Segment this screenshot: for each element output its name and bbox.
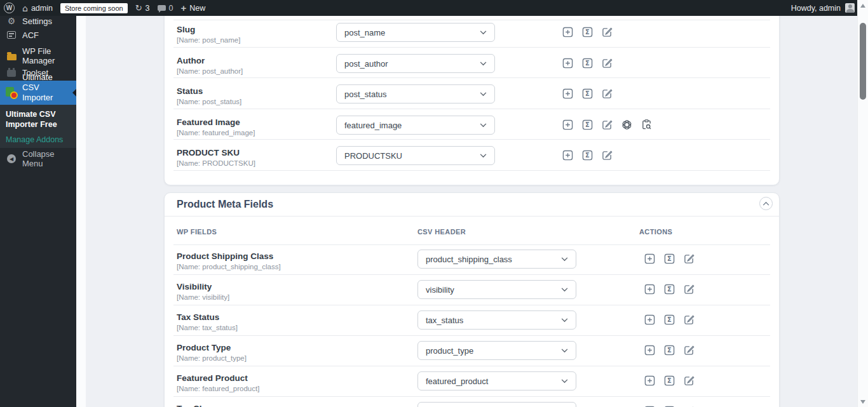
csv-header-select[interactable]: post_author <box>336 54 495 73</box>
field-row-product-sku: PRODUCT SKU [Name: PRODUCTSKU] PRODUCTSK… <box>165 140 779 171</box>
field-name-hint: [Name: product_type] <box>177 354 247 362</box>
edit-mapping-icon[interactable] <box>684 314 695 325</box>
add-mapping-icon[interactable] <box>562 27 573 37</box>
chevron-down-icon <box>561 318 568 323</box>
field-label: Product Type <box>177 343 231 352</box>
add-mapping-icon[interactable] <box>644 314 655 325</box>
field-name-hint: [Name: tax_status] <box>177 324 238 331</box>
coming-soon-badge-text: Store coming soon <box>60 3 128 13</box>
field-label: Slug <box>177 25 195 34</box>
coming-soon-badge: Store coming soon <box>57 0 132 16</box>
edit-mapping-icon[interactable] <box>602 88 613 99</box>
edit-mapping-icon[interactable] <box>602 119 613 130</box>
comments-menu[interactable]: 0 <box>154 0 177 16</box>
updates-menu[interactable]: ↻ 3 <box>132 0 154 16</box>
formula-icon[interactable]: Σ <box>582 119 593 130</box>
add-mapping-icon[interactable] <box>562 150 573 161</box>
formula-icon[interactable]: Σ <box>664 314 675 325</box>
edit-mapping-icon[interactable] <box>684 284 695 295</box>
add-mapping-icon[interactable] <box>644 284 655 295</box>
row-divider <box>173 139 770 140</box>
submenu-item-manage-addons[interactable]: Manage Addons <box>6 135 76 144</box>
edit-mapping-icon[interactable] <box>602 150 613 161</box>
svg-text:Σ: Σ <box>667 347 672 354</box>
selected-csv-header: product_type <box>426 346 561 356</box>
field-row-visibility: Visibility [Name: visibility] visibility… <box>165 274 779 305</box>
acf-icon <box>6 31 17 39</box>
field-row-product-shipping-class: Product Shipping Class [Name: product_sh… <box>165 244 779 275</box>
formula-icon[interactable]: Σ <box>664 345 675 356</box>
column-header-wp-fields: WP FIELDS <box>177 228 217 236</box>
field-label: Tax Class <box>177 404 216 407</box>
my-account-menu[interactable]: Howdy, admin <box>787 0 857 16</box>
selected-csv-header: PRODUCTSKU <box>344 151 480 161</box>
scroll-down-arrow[interactable] <box>860 400 865 404</box>
field-row-author: Author [Name: post_author] post_author Σ <box>165 48 779 79</box>
collapse-menu-label: Collapse Menu <box>22 149 76 168</box>
formula-icon[interactable]: Σ <box>664 375 675 386</box>
admin-sidebar: ⚙ Settings ACF WP File Manager Toolset U… <box>0 16 76 407</box>
field-name-hint: [Name: product_shipping_class] <box>177 263 281 270</box>
add-mapping-icon[interactable] <box>562 58 573 69</box>
field-label: Author <box>177 56 205 65</box>
new-content-menu[interactable]: + New <box>177 0 209 16</box>
sidebar-item-wp-file-manager[interactable]: WP File Manager <box>0 48 76 64</box>
product-meta-fields-card: Product Meta Fields WP FIELDS CSV HEADER… <box>164 192 780 407</box>
csv-header-select[interactable]: post_status <box>336 84 495 103</box>
post-fields-card: Slug [Name: post_name] post_name Σ Autho… <box>164 0 780 185</box>
csv-header-select[interactable]: product_shipping_class <box>417 250 576 269</box>
wordpress-logo-menu[interactable]: W <box>0 0 18 16</box>
collapse-menu-button[interactable]: ◀ Collapse Menu <box>0 150 76 167</box>
field-name-hint: [Name: featured_image] <box>177 129 255 137</box>
add-mapping-icon[interactable] <box>562 88 573 99</box>
active-menu-notch <box>69 89 76 97</box>
collapse-card-button[interactable] <box>759 197 773 210</box>
svg-text:Σ: Σ <box>585 152 590 159</box>
chevron-down-icon <box>480 123 487 128</box>
row-actions: Σ <box>562 88 613 99</box>
edit-mapping-icon[interactable] <box>684 375 695 386</box>
csv-header-select[interactable]: PRODUCTSKU <box>336 146 495 165</box>
scrollbar-thumb[interactable] <box>860 23 866 100</box>
csv-header-select[interactable]: product_type <box>417 341 576 360</box>
edit-mapping-icon[interactable] <box>602 58 613 69</box>
edit-mapping-icon[interactable] <box>684 345 695 356</box>
new-label: New <box>189 4 205 13</box>
add-mapping-icon[interactable] <box>562 119 573 130</box>
edit-mapping-icon[interactable] <box>684 253 695 264</box>
submenu-item-csv-importer[interactable]: Ultimate CSV Importer Free <box>6 109 72 130</box>
formula-icon[interactable]: Σ <box>664 253 675 264</box>
page-scrollbar[interactable] <box>857 0 868 407</box>
csv-header-select[interactable]: featured_product <box>417 371 576 390</box>
howdy-text: Howdy, admin <box>791 4 841 13</box>
column-header-csv-header: CSV HEADER <box>417 228 466 236</box>
row-divider <box>173 109 770 109</box>
csv-header-select[interactable]: visibility <box>417 280 576 299</box>
sidebar-item-acf[interactable]: ACF <box>0 27 76 43</box>
chevron-up-icon <box>763 201 770 206</box>
add-mapping-icon[interactable] <box>644 345 655 356</box>
formula-icon[interactable]: Σ <box>582 150 593 161</box>
chevron-down-icon <box>480 62 487 66</box>
openai-gpt-icon[interactable] <box>621 119 632 130</box>
sidebar-item-ultimate-csv-importer[interactable]: Ultimate CSV Importer Free <box>0 81 76 105</box>
csv-header-select[interactable] <box>417 402 576 407</box>
csv-header-select[interactable]: post_name <box>336 23 495 42</box>
scroll-up-arrow[interactable] <box>860 4 865 8</box>
chevron-down-icon <box>480 92 487 97</box>
formula-icon[interactable]: Σ <box>664 284 675 295</box>
formula-icon[interactable]: Σ <box>582 88 593 99</box>
wordpress-logo-icon: W <box>4 3 15 13</box>
edit-mapping-icon[interactable] <box>602 27 613 37</box>
field-name-hint: [Name: visibility] <box>177 293 229 301</box>
formula-icon[interactable]: Σ <box>582 27 593 37</box>
site-link[interactable]: ⌂ admin <box>18 0 57 16</box>
updates-icon: ↻ <box>135 3 142 13</box>
formula-icon[interactable]: Σ <box>582 58 593 69</box>
csv-header-select[interactable]: featured_image <box>336 116 495 135</box>
add-mapping-icon[interactable] <box>644 253 655 264</box>
add-mapping-icon[interactable] <box>644 375 655 386</box>
csv-header-select[interactable]: tax_status <box>417 310 576 330</box>
sidebar-item-label: ACF <box>22 30 39 40</box>
media-search-icon[interactable] <box>641 119 652 130</box>
